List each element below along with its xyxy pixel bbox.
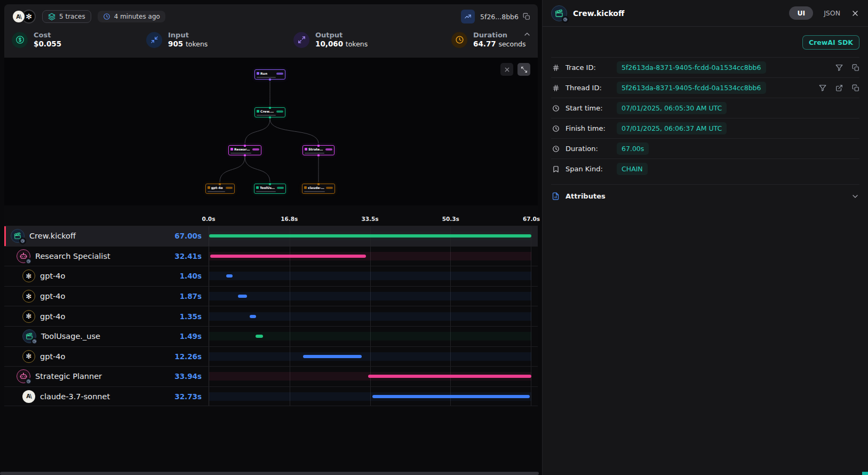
- node-type-icon: [304, 186, 307, 189]
- waterfall-row[interactable]: ✻gpt-4o1.40s: [4, 266, 538, 286]
- node-type-icon: [256, 186, 259, 189]
- copy-icon[interactable]: [852, 64, 859, 72]
- clock-icon: [552, 105, 560, 112]
- node-input-port: [317, 183, 320, 185]
- clock-icon: [27, 379, 30, 383]
- span-track-tint: [209, 272, 531, 280]
- node-label: claude-3.7-sonnet: [308, 186, 325, 189]
- field-label: Trace ID:: [566, 64, 617, 72]
- span-label-cell: ✻gpt-4o1.87s: [4, 287, 209, 306]
- span-duration-bar: [256, 335, 262, 338]
- span-duration: 32.73s: [174, 392, 202, 401]
- stat-input: Input 905 tokens: [146, 31, 293, 49]
- span-name: claude-3.7-sonnet: [40, 392, 110, 401]
- span-bar-track: [209, 287, 531, 306]
- graph-node-crew[interactable]: Crew.kickoff: [254, 107, 285, 117]
- collapse-stats-chevron-icon[interactable]: [523, 30, 531, 41]
- crew-avatar: [11, 229, 25, 243]
- waterfall-row[interactable]: ✻gpt-4o12.26s: [4, 346, 538, 367]
- field-actions: [830, 64, 859, 72]
- stat-cost: Cost $0.055: [12, 31, 146, 49]
- stat-label: Input: [168, 31, 208, 39]
- node-input-port: [317, 145, 320, 147]
- filter-icon[interactable]: [835, 64, 843, 72]
- graph-node-claude[interactable]: claude-3.7-sonnet: [302, 184, 335, 194]
- openai-logo-icon: ✻: [22, 290, 35, 303]
- node-type-icon: [230, 148, 233, 151]
- bookmark-icon: [552, 165, 560, 173]
- graph-node-strategic[interactable]: Strategic Planner: [302, 145, 335, 155]
- clock-sub-badge-icon: [25, 258, 32, 265]
- span-label-cell: Research Specialist32.41s: [4, 247, 209, 266]
- graph-expand-button[interactable]: [517, 63, 530, 76]
- span-bar-track: [209, 247, 531, 266]
- waterfall-row[interactable]: Crew.kickoff67.00s: [4, 226, 538, 246]
- field-label: Thread ID:: [566, 84, 617, 92]
- openai-logo-icon: ✻: [22, 310, 35, 323]
- waterfall-row[interactable]: ✻gpt-4o1.87s: [4, 286, 538, 306]
- field-label: Start time:: [566, 104, 617, 112]
- graph-node-run[interactable]: Run: [254, 69, 285, 80]
- span-name: gpt-4o: [40, 352, 65, 361]
- span-duration-bar: [372, 395, 530, 398]
- node-badge: [276, 73, 283, 75]
- anthropic-logo-icon: A\: [12, 10, 26, 23]
- clock-icon: [552, 145, 560, 153]
- attributes-label: Attributes: [566, 192, 606, 200]
- time-ago-badge: 4 minutes ago: [98, 11, 165, 22]
- traces-count-label: 5 traces: [59, 13, 85, 20]
- span-duration-bar: [209, 234, 531, 238]
- clapperboard-icon: [555, 9, 563, 18]
- traces-count-badge[interactable]: 5 traces: [42, 10, 91, 23]
- waterfall-row[interactable]: Strategic Planner33.94s: [4, 366, 538, 386]
- waterfall-row[interactable]: A\claude-3.7-sonnet32.73s: [4, 386, 538, 407]
- node-input-port: [269, 183, 271, 185]
- waterfall-row[interactable]: ToolUsage._use1.49s: [4, 326, 538, 346]
- span-label-cell: ToolUsage._use1.49s: [4, 327, 209, 346]
- layers-icon: [48, 13, 55, 20]
- copy-icon[interactable]: [852, 84, 859, 92]
- span-duration-bar: [250, 315, 256, 318]
- field-value: CHAIN: [617, 163, 648, 175]
- trace-metrics-button[interactable]: [461, 10, 475, 23]
- node-subtext: [257, 115, 276, 116]
- span-duration-bar: [303, 355, 362, 358]
- panel-scrollbar-thumb[interactable]: [862, 472, 868, 475]
- toggle-json-button[interactable]: JSON: [824, 9, 840, 17]
- graph-close-button[interactable]: [500, 63, 513, 76]
- span-name: Research Specialist: [35, 252, 110, 260]
- trace-summary-card: A\ ✻ 5 traces 4 minutes ago 5f26...8bb6: [4, 4, 538, 58]
- span-duration-bar: [210, 255, 366, 258]
- panel-body: CrewAI SDK Trace ID:5f2613da-8371-9405-f…: [543, 27, 868, 208]
- node-subtext: [256, 191, 276, 193]
- attributes-section-toggle[interactable]: Attributes: [551, 184, 859, 208]
- span-duration: 1.40s: [180, 272, 202, 280]
- toggle-ui-button[interactable]: UI: [789, 6, 813, 20]
- panel-close-icon[interactable]: [851, 9, 859, 18]
- span-label-cell: Strategic Planner33.94s: [4, 367, 209, 386]
- span-label-cell: ✻gpt-4o1.35s: [4, 306, 209, 326]
- main-horizontal-scrollbar[interactable]: [0, 472, 539, 475]
- span-duration-bar: [368, 375, 531, 378]
- span-name: Crew.kickoff: [29, 232, 76, 240]
- copy-trace-id-icon[interactable]: [523, 13, 530, 20]
- graph-node-tool[interactable]: ToolUsage._use: [254, 184, 286, 194]
- clock-sub-badge-icon: [19, 238, 26, 244]
- node-subtext: [208, 191, 226, 193]
- filter-icon[interactable]: [819, 84, 826, 92]
- filter-icon: [835, 64, 843, 72]
- external-link-icon[interactable]: [835, 84, 843, 92]
- waterfall-row[interactable]: ✻gpt-4o1.35s: [4, 306, 538, 326]
- graph-node-gpt[interactable]: gpt-4o: [205, 184, 235, 194]
- node-badge: [226, 187, 233, 189]
- span-name: gpt-4o: [40, 292, 65, 300]
- node-output-port: [269, 78, 271, 81]
- field-value: 5f2613da-8371-9405-fcdd-0a1534cc8bb6: [617, 82, 766, 94]
- clock-icon: [551, 145, 560, 153]
- span-bar-track: [209, 327, 531, 346]
- axis-tick-label: 0.0s: [202, 216, 216, 222]
- span-duration: 32.41s: [174, 252, 202, 260]
- graph-node-research[interactable]: Research Specialist: [228, 145, 261, 155]
- crew-avatar: [551, 5, 567, 21]
- waterfall-row[interactable]: Research Specialist32.41s: [4, 246, 538, 266]
